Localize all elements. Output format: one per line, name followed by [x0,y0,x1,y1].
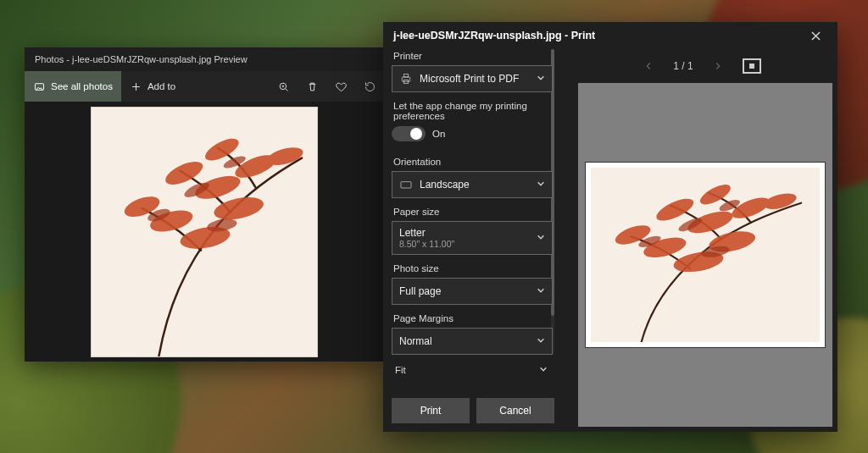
fit-page-button[interactable] [743,58,761,74]
margins-value: Normal [399,335,432,347]
print-preview-panel: 1 / 1 [563,49,837,432]
preview-page [585,162,826,348]
page-indicator: 1 / 1 [673,60,693,72]
paper-size-value: Letter [399,227,426,239]
dialog-button-row: Print Cancel [392,389,554,432]
zoom-icon [277,80,290,93]
preview-area [578,83,832,427]
svg-rect-16 [403,75,408,77]
orientation-value: Landscape [420,179,470,191]
print-settings-panel: Printer Microsoft Print to PDF Let the a… [383,49,563,432]
print-dialog: j-lee-ueDSMrJZRqw-unsplash.jpg - Print P… [383,22,837,432]
fit-label: Fit [395,365,406,375]
trash-icon [306,80,319,93]
printer-select[interactable]: Microsoft Print to PDF [392,65,553,92]
chevron-down-icon [537,232,545,244]
add-to-button[interactable]: Add to [121,71,184,102]
paper-size-select[interactable]: Letter 8.50" x 11.00" [392,221,553,255]
printer-label: Printer [393,51,551,61]
photo-size-select[interactable]: Full page [392,278,553,305]
collection-icon [33,80,46,93]
photos-toolbar: See all photos Add to [25,71,384,102]
preview-image [591,168,820,342]
heart-icon [335,80,348,93]
preview-header: 1 / 1 [563,49,837,83]
photos-window-title: Photos - j-lee-ueDSMrJZRqw-unsplash.jpg … [25,47,384,71]
fit-section[interactable]: Fit [393,363,554,377]
rotate-button[interactable] [355,71,384,102]
chevron-down-icon [537,335,545,347]
app-prefs-label: Let the app change my printing preferenc… [393,101,551,121]
cancel-button[interactable]: Cancel [476,398,554,423]
orientation-select[interactable]: Landscape [392,171,553,198]
close-icon [811,31,821,41]
rotate-icon [364,80,376,93]
app-prefs-state: On [432,129,445,139]
see-all-photos-label: See all photos [51,81,113,91]
photos-window: Photos - j-lee-ueDSMrJZRqw-unsplash.jpg … [25,47,384,362]
print-button[interactable]: Print [392,398,470,423]
zoom-button[interactable] [269,71,298,102]
printer-icon [399,72,413,86]
branch-image [92,108,317,356]
arrow-left-icon [643,60,654,72]
see-all-photos-button[interactable]: See all photos [25,71,121,102]
print-dialog-title: j-lee-ueDSMrJZRqw-unsplash.jpg - Print [393,30,595,41]
close-button[interactable] [804,24,827,47]
arrow-right-icon [712,60,724,72]
orientation-label: Orientation [393,157,551,167]
favorite-button[interactable] [326,71,355,102]
svg-point-26 [762,191,798,213]
settings-scrollbar-track[interactable] [551,49,554,354]
printer-value: Microsoft Print to PDF [420,73,519,85]
photo-size-value: Full page [399,285,441,297]
toggle-knob [410,128,422,140]
chevron-down-icon [537,179,545,191]
svg-point-10 [212,193,265,224]
chevron-down-icon [539,365,548,375]
add-to-label: Add to [147,81,175,91]
landscape-icon [399,178,413,191]
photo-preview [91,107,318,357]
photos-canvas [25,102,384,362]
next-page-button[interactable] [709,57,727,75]
plus-icon [130,80,142,93]
chevron-down-icon [537,73,545,85]
fit-page-icon [749,64,754,69]
print-dialog-titlebar: j-lee-ueDSMrJZRqw-unsplash.jpg - Print [383,22,837,49]
chevron-down-icon [537,285,545,297]
prev-page-button[interactable] [639,57,658,75]
svg-rect-18 [401,182,411,188]
photo-size-label: Photo size [393,263,551,273]
paper-size-label: Paper size [393,207,551,217]
svg-rect-15 [402,77,409,81]
margins-select[interactable]: Normal [392,328,553,355]
app-prefs-toggle[interactable] [392,126,426,141]
margins-label: Page Margins [393,313,551,323]
delete-button[interactable] [298,71,326,102]
paper-size-dims: 8.50" x 11.00" [399,239,454,249]
